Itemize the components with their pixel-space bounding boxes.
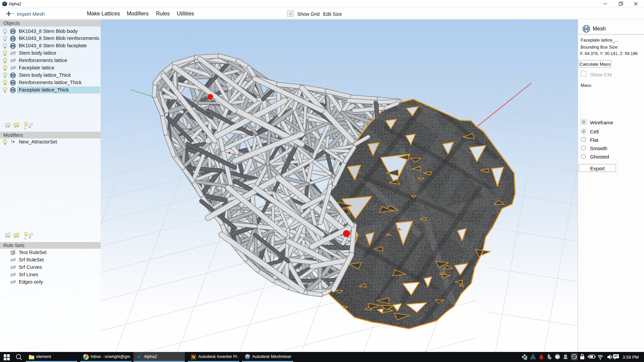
svg-text:nT: nT (138, 356, 141, 358)
svg-text:nT: nT (3, 2, 6, 4)
